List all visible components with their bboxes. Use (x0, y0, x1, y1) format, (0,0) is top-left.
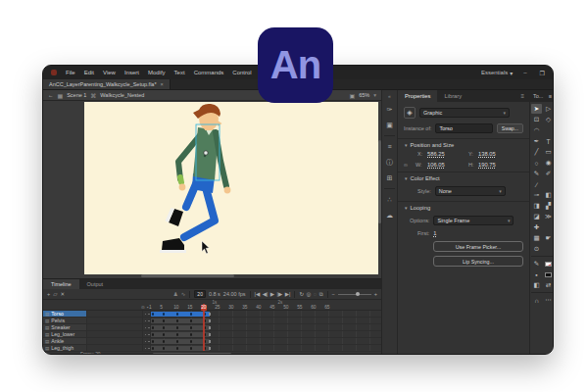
playhead-line[interactable] (203, 304, 205, 351)
current-frame-indicator[interactable]: 20 (194, 290, 206, 298)
show-hide-all-icon[interactable]: ⊙ (141, 305, 145, 310)
loop-icon[interactable]: ↻ (299, 291, 304, 298)
keyframe-frame-15[interactable] (190, 333, 193, 336)
layer-visibility-lock-cell[interactable] (143, 311, 151, 317)
breadcrumb-scene[interactable]: Scene 1 (67, 92, 86, 98)
restore-button[interactable]: ❐ (538, 70, 547, 76)
layer-name-leg_thigh[interactable]: ▤Leg_thigh (43, 345, 87, 351)
paint-bucket-tool-icon[interactable]: ◧ (543, 190, 554, 200)
stage-horizontal-scrollbar[interactable] (141, 274, 234, 277)
close-tab-icon[interactable]: × (161, 81, 164, 87)
snap-to-objects-tool-icon[interactable]: ∩ (531, 295, 542, 305)
stage-zoom-level[interactable]: 65% (359, 92, 369, 98)
menu-file[interactable]: File (66, 70, 75, 75)
motion-presets-icon[interactable]: ∴ (384, 194, 395, 205)
tool-options-tool-icon[interactable]: ⋯ (543, 295, 554, 305)
fill-swatch-black[interactable] (545, 272, 552, 277)
minimize-button[interactable]: – (521, 70, 528, 75)
default-colors-tool-icon[interactable]: ◧ (531, 280, 542, 290)
cc-libraries-icon[interactable]: ☁ (384, 210, 395, 220)
layer-visibility-lock-cell[interactable] (143, 331, 151, 337)
layer-frames-sneaker[interactable] (151, 324, 381, 330)
free-transform-tool-icon[interactable]: ⊡ (531, 115, 542, 124)
oval-primitive-tool-icon[interactable]: ◉ (543, 158, 554, 168)
swap-colors-tool-icon[interactable]: ⇄ (543, 280, 554, 290)
timeline-zoom-slider[interactable] (338, 294, 371, 295)
fill-color-tool-icon[interactable]: ▪ (531, 270, 542, 279)
subselection-tool-icon[interactable]: ▷ (543, 104, 554, 114)
looping-section-header[interactable]: ▼Looping (398, 201, 529, 213)
timeline-zoom-in-icon[interactable]: + (374, 291, 377, 297)
art-brush-tool-icon[interactable]: ✐ (543, 169, 554, 178)
layer-name-torso[interactable]: ▤Torso (43, 311, 87, 317)
keyframe-frame-10[interactable] (176, 347, 179, 350)
keyframe-frame-1[interactable] (152, 313, 155, 316)
tab-timeline[interactable]: Timeline (43, 279, 79, 289)
edit-multiple-frames-icon[interactable]: ⧉ (319, 291, 323, 298)
new-folder-icon[interactable]: ▱ (53, 291, 57, 297)
keyframe-frame-10[interactable] (176, 340, 179, 343)
keyframe-frame-10[interactable] (176, 319, 179, 322)
info-icon[interactable]: ⓘ (384, 157, 395, 168)
layer-frames-pelvis[interactable] (151, 318, 381, 323)
ink-bottle-tool-icon[interactable]: ◨ (531, 201, 542, 211)
layer-name-leg_lower[interactable]: ▤Leg_lower (43, 331, 87, 337)
keyframe-frame-5[interactable] (163, 319, 166, 322)
style-select[interactable]: None ▾ (435, 186, 506, 196)
pencil-tool-icon[interactable]: ✎ (531, 169, 542, 178)
y-value[interactable]: 138.05 (478, 151, 496, 157)
stage-canvas[interactable] (84, 102, 378, 274)
gradient-transform-tool-icon[interactable]: ◇ (543, 115, 554, 124)
onion-skin-icon[interactable]: ◎ (307, 291, 312, 298)
timeline-zoom-out-icon[interactable]: − (332, 291, 335, 297)
keyframe-frame-15[interactable] (190, 326, 193, 329)
play-icon[interactable]: ▶ (270, 291, 274, 297)
timeline-horizontal-scrollbar[interactable] (153, 353, 231, 355)
align-icon[interactable]: ≡ (384, 141, 395, 152)
use-frame-picker-button[interactable]: Use Frame Picker... (433, 241, 523, 252)
w-value[interactable]: 106.05 (427, 162, 445, 168)
timeline-layer-row-pelvis[interactable]: ▤Pelvis (43, 318, 381, 324)
menu-control[interactable]: Control (232, 70, 251, 75)
back-arrow-icon[interactable]: ← (48, 92, 54, 98)
camera-tool-icon[interactable]: ▦ (531, 233, 542, 243)
panel-menu-icon[interactable]: ≡ (520, 93, 529, 99)
layer-visibility-lock-cell[interactable] (143, 318, 151, 323)
bone-tool-icon[interactable]: ⊸ (531, 190, 542, 200)
menu-view[interactable]: View (103, 70, 116, 75)
breadcrumb-symbol[interactable]: Walkcycle_Nested (100, 92, 144, 98)
first-frame-value[interactable]: 1 (433, 230, 436, 236)
x-value[interactable]: 586.25 (427, 151, 445, 157)
layer-frames-leg_lower[interactable] (151, 331, 381, 337)
keyframe-frame-5[interactable] (163, 347, 166, 350)
rectangle-tool-icon[interactable]: ▭ (543, 147, 554, 157)
edit-symbols-icon[interactable]: ▣ (350, 92, 356, 99)
oval-tool-icon[interactable]: ○ (531, 158, 542, 168)
keyframe-frame-15[interactable] (190, 347, 193, 350)
layer-name-pelvis[interactable]: ▤Pelvis (43, 318, 87, 323)
looping-options-select[interactable]: Single Frame ▾ (433, 216, 514, 225)
character-figure[interactable] (84, 102, 378, 274)
new-layer-icon[interactable]: + (47, 291, 50, 297)
keyframe-frame-15[interactable] (190, 313, 193, 316)
transformation-point[interactable] (204, 151, 208, 155)
lasso-tool-icon[interactable]: ◠ (531, 125, 542, 135)
stroke-swatch-none-tool-icon[interactable] (543, 259, 554, 269)
document-tab[interactable]: AnCC_LayerParenting_Walkcycle_Setup.fla*… (43, 79, 171, 89)
step-forward-icon[interactable]: |▶ (277, 291, 283, 297)
tab-output[interactable]: Output (79, 279, 112, 289)
workspace-switcher[interactable]: Essentials ▾ (481, 70, 513, 76)
zoom-tool-icon[interactable]: ⊙ (531, 244, 542, 254)
delete-layer-icon[interactable]: ✕ (60, 291, 65, 297)
keyframe-frame-1[interactable] (152, 340, 155, 343)
keyframe-frame-15[interactable] (190, 319, 193, 322)
position-size-section-header[interactable]: ▼Position and Size (398, 138, 529, 150)
selection-tool-icon[interactable]: ➤ (531, 104, 542, 114)
paint-brush-tool-icon[interactable]: ∕ (531, 179, 542, 189)
timeline-layer-row-ankle[interactable]: ▤Ankle (43, 338, 381, 345)
keyframe-frame-1[interactable] (152, 319, 155, 322)
keyframe-frame-1[interactable] (152, 326, 155, 329)
tab-properties[interactable]: Properties (398, 90, 437, 102)
keyframe-frame-10[interactable] (176, 326, 179, 329)
menu-edit[interactable]: Edit (84, 70, 94, 75)
